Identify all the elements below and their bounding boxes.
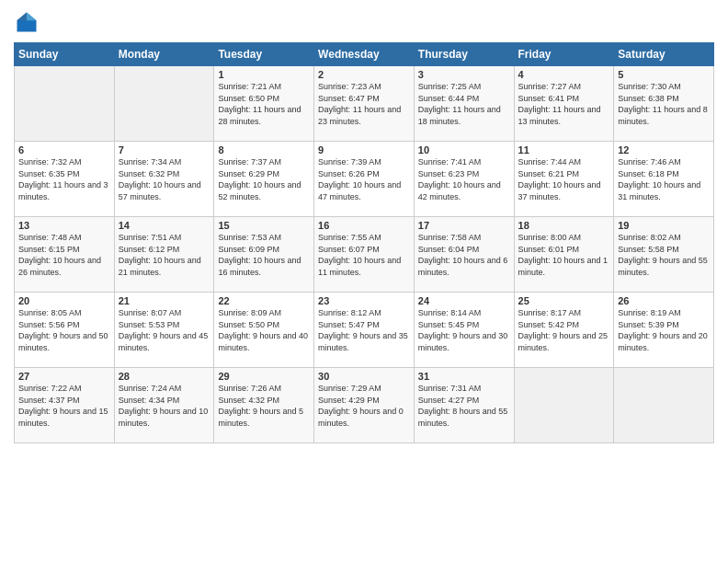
header — [14, 9, 714, 35]
calendar-cell: 31Sunrise: 7:31 AMSunset: 4:27 PMDayligh… — [414, 368, 514, 443]
calendar-week-2: 13Sunrise: 7:48 AMSunset: 6:15 PMDayligh… — [15, 217, 714, 293]
day-info: Sunrise: 7:41 AMSunset: 6:23 PMDaylight:… — [418, 156, 510, 202]
calendar-cell: 9Sunrise: 7:39 AMSunset: 6:26 PMDaylight… — [314, 142, 415, 217]
day-number: 8 — [218, 144, 310, 155]
calendar-week-4: 27Sunrise: 7:22 AMSunset: 4:37 PMDayligh… — [15, 368, 714, 443]
calendar-cell: 26Sunrise: 8:19 AMSunset: 5:39 PMDayligh… — [614, 293, 714, 368]
calendar-cell: 17Sunrise: 7:58 AMSunset: 6:04 PMDayligh… — [414, 217, 514, 293]
day-info: Sunrise: 7:58 AMSunset: 6:04 PMDaylight:… — [418, 232, 510, 278]
calendar-cell: 7Sunrise: 7:34 AMSunset: 6:32 PMDaylight… — [114, 142, 214, 217]
calendar-week-0: 1Sunrise: 7:21 AMSunset: 6:50 PMDaylight… — [15, 66, 714, 142]
header-day-friday: Friday — [514, 43, 614, 66]
day-info: Sunrise: 8:02 AMSunset: 5:58 PMDaylight:… — [618, 232, 710, 278]
day-number: 19 — [618, 220, 710, 231]
day-number: 15 — [218, 220, 310, 231]
day-info: Sunrise: 7:32 AMSunset: 6:35 PMDaylight:… — [18, 156, 110, 202]
day-number: 2 — [318, 69, 410, 80]
day-info: Sunrise: 7:53 AMSunset: 6:09 PMDaylight:… — [218, 232, 310, 278]
day-info: Sunrise: 8:19 AMSunset: 5:39 PMDaylight:… — [618, 307, 710, 353]
calendar-cell: 29Sunrise: 7:26 AMSunset: 4:32 PMDayligh… — [214, 368, 314, 443]
day-info: Sunrise: 8:05 AMSunset: 5:56 PMDaylight:… — [18, 307, 110, 353]
calendar-cell: 12Sunrise: 7:46 AMSunset: 6:18 PMDayligh… — [614, 142, 714, 217]
day-info: Sunrise: 7:37 AMSunset: 6:29 PMDaylight:… — [218, 156, 310, 202]
day-number: 14 — [119, 220, 210, 231]
day-info: Sunrise: 8:17 AMSunset: 5:42 PMDaylight:… — [518, 307, 610, 353]
day-number: 31 — [418, 371, 510, 382]
day-info: Sunrise: 8:14 AMSunset: 5:45 PMDaylight:… — [418, 307, 510, 353]
day-info: Sunrise: 8:12 AMSunset: 5:47 PMDaylight:… — [318, 307, 410, 353]
calendar-cell: 30Sunrise: 7:29 AMSunset: 4:29 PMDayligh… — [314, 368, 415, 443]
day-info: Sunrise: 7:25 AMSunset: 6:44 PMDaylight:… — [418, 81, 510, 127]
day-info: Sunrise: 7:51 AMSunset: 6:12 PMDaylight:… — [119, 232, 210, 278]
day-info: Sunrise: 7:30 AMSunset: 6:38 PMDaylight:… — [618, 81, 710, 127]
day-info: Sunrise: 8:07 AMSunset: 5:53 PMDaylight:… — [119, 307, 210, 353]
day-number: 26 — [618, 295, 710, 306]
day-info: Sunrise: 7:48 AMSunset: 6:15 PMDaylight:… — [18, 232, 110, 278]
calendar-cell: 13Sunrise: 7:48 AMSunset: 6:15 PMDayligh… — [15, 217, 115, 293]
day-info: Sunrise: 7:34 AMSunset: 6:32 PMDaylight:… — [119, 156, 210, 202]
header-day-wednesday: Wednesday — [314, 43, 415, 66]
day-info: Sunrise: 7:29 AMSunset: 4:29 PMDaylight:… — [318, 383, 410, 429]
calendar-cell: 4Sunrise: 7:27 AMSunset: 6:41 PMDaylight… — [514, 66, 614, 142]
calendar-cell — [614, 368, 714, 443]
day-number: 21 — [119, 295, 210, 306]
calendar-cell: 3Sunrise: 7:25 AMSunset: 6:44 PMDaylight… — [414, 66, 514, 142]
day-info: Sunrise: 7:31 AMSunset: 4:27 PMDaylight:… — [418, 383, 510, 429]
day-info: Sunrise: 7:23 AMSunset: 6:47 PMDaylight:… — [318, 81, 410, 127]
day-number: 27 — [18, 371, 110, 382]
day-number: 11 — [518, 144, 610, 155]
logo-icon — [14, 9, 40, 35]
day-number: 9 — [318, 144, 410, 155]
calendar-cell: 11Sunrise: 7:44 AMSunset: 6:21 PMDayligh… — [514, 142, 614, 217]
day-info: Sunrise: 7:39 AMSunset: 6:26 PMDaylight:… — [318, 156, 410, 202]
calendar-cell: 22Sunrise: 8:09 AMSunset: 5:50 PMDayligh… — [214, 293, 314, 368]
calendar-cell: 10Sunrise: 7:41 AMSunset: 6:23 PMDayligh… — [414, 142, 514, 217]
day-info: Sunrise: 7:21 AMSunset: 6:50 PMDaylight:… — [218, 81, 310, 127]
day-number: 10 — [418, 144, 510, 155]
day-number: 17 — [418, 220, 510, 231]
header-day-tuesday: Tuesday — [214, 43, 314, 66]
day-info: Sunrise: 7:24 AMSunset: 4:34 PMDaylight:… — [119, 383, 210, 429]
calendar-cell: 28Sunrise: 7:24 AMSunset: 4:34 PMDayligh… — [114, 368, 214, 443]
calendar-cell: 8Sunrise: 7:37 AMSunset: 6:29 PMDaylight… — [214, 142, 314, 217]
day-number: 20 — [18, 295, 110, 306]
calendar-cell — [15, 66, 115, 142]
day-info: Sunrise: 8:00 AMSunset: 6:01 PMDaylight:… — [518, 232, 610, 278]
day-number: 4 — [518, 69, 610, 80]
day-number: 13 — [18, 220, 110, 231]
header-day-sunday: Sunday — [15, 43, 115, 66]
calendar-cell: 24Sunrise: 8:14 AMSunset: 5:45 PMDayligh… — [414, 293, 514, 368]
day-info: Sunrise: 7:26 AMSunset: 4:32 PMDaylight:… — [218, 383, 310, 429]
calendar-cell: 1Sunrise: 7:21 AMSunset: 6:50 PMDaylight… — [214, 66, 314, 142]
day-number: 1 — [218, 69, 310, 80]
header-day-monday: Monday — [114, 43, 214, 66]
day-number: 5 — [618, 69, 710, 80]
svg-marker-2 — [17, 13, 28, 21]
day-info: Sunrise: 7:46 AMSunset: 6:18 PMDaylight:… — [618, 156, 710, 202]
day-number: 3 — [418, 69, 510, 80]
calendar-container: SundayMondayTuesdayWednesdayThursdayFrid… — [0, 0, 728, 563]
day-number: 29 — [218, 371, 310, 382]
calendar-cell: 25Sunrise: 8:17 AMSunset: 5:42 PMDayligh… — [514, 293, 614, 368]
calendar-cell: 6Sunrise: 7:32 AMSunset: 6:35 PMDaylight… — [15, 142, 115, 217]
calendar-cell: 27Sunrise: 7:22 AMSunset: 4:37 PMDayligh… — [15, 368, 115, 443]
day-number: 16 — [318, 220, 410, 231]
day-number: 23 — [318, 295, 410, 306]
day-number: 24 — [418, 295, 510, 306]
day-number: 28 — [119, 371, 210, 382]
calendar-week-1: 6Sunrise: 7:32 AMSunset: 6:35 PMDaylight… — [15, 142, 714, 217]
day-info: Sunrise: 7:44 AMSunset: 6:21 PMDaylight:… — [518, 156, 610, 202]
calendar-cell: 5Sunrise: 7:30 AMSunset: 6:38 PMDaylight… — [614, 66, 714, 142]
calendar-cell: 15Sunrise: 7:53 AMSunset: 6:09 PMDayligh… — [214, 217, 314, 293]
day-number: 18 — [518, 220, 610, 231]
calendar-cell: 18Sunrise: 8:00 AMSunset: 6:01 PMDayligh… — [514, 217, 614, 293]
day-number: 30 — [318, 371, 410, 382]
calendar-cell: 16Sunrise: 7:55 AMSunset: 6:07 PMDayligh… — [314, 217, 415, 293]
calendar-header-row: SundayMondayTuesdayWednesdayThursdayFrid… — [15, 43, 714, 66]
calendar-cell: 21Sunrise: 8:07 AMSunset: 5:53 PMDayligh… — [114, 293, 214, 368]
day-number: 6 — [18, 144, 110, 155]
day-info: Sunrise: 8:09 AMSunset: 5:50 PMDaylight:… — [218, 307, 310, 353]
header-day-saturday: Saturday — [614, 43, 714, 66]
day-number: 12 — [618, 144, 710, 155]
calendar-week-3: 20Sunrise: 8:05 AMSunset: 5:56 PMDayligh… — [15, 293, 714, 368]
